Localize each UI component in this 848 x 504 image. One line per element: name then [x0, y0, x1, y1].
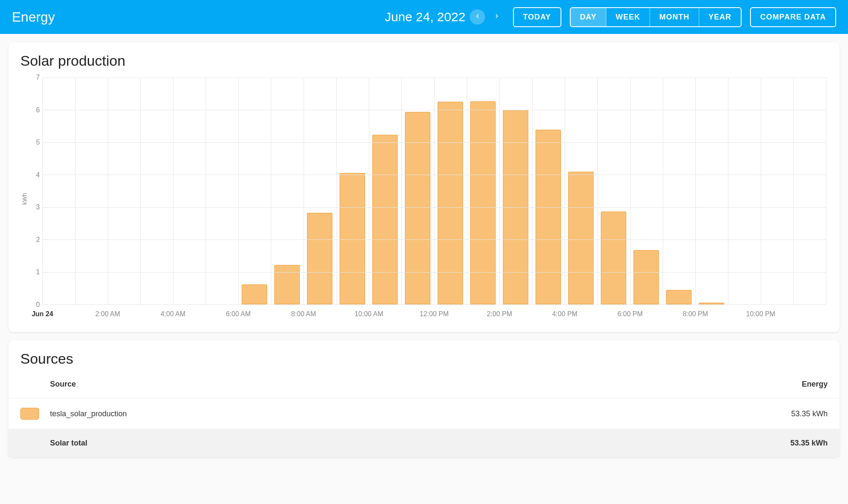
- date-navigator: June 24, 2022: [385, 9, 504, 25]
- y-tick: 1: [30, 268, 40, 276]
- x-tick: 4:00 AM: [161, 310, 186, 318]
- header-energy: Energy: [802, 380, 828, 389]
- x-tick: 2:00 PM: [487, 310, 512, 318]
- bar[interactable]: [307, 213, 332, 304]
- y-tick: 6: [30, 106, 40, 114]
- compare-data-button[interactable]: COMPARE DATA: [750, 7, 836, 27]
- chevron-right-icon: [494, 13, 500, 21]
- x-tick: 4:00 PM: [552, 310, 577, 318]
- range-week[interactable]: WEEK: [606, 8, 650, 26]
- x-tick: 8:00 PM: [683, 310, 708, 318]
- range-day[interactable]: DAY: [571, 8, 606, 26]
- x-tick: 2:00 AM: [95, 310, 120, 318]
- total-label: Solar total: [50, 439, 790, 448]
- bar[interactable]: [666, 290, 692, 304]
- x-tick: 10:00 PM: [746, 310, 775, 318]
- bar[interactable]: [274, 265, 300, 304]
- total-energy: 53.35 kWh: [790, 439, 828, 448]
- x-tick: 12:00 PM: [420, 310, 449, 318]
- next-day-button[interactable]: [489, 9, 505, 25]
- bar[interactable]: [568, 172, 594, 304]
- y-tick: 2: [30, 236, 40, 244]
- x-tick: 10:00 AM: [354, 310, 383, 318]
- source-swatch-icon: [20, 408, 39, 420]
- x-tick: 6:00 AM: [226, 310, 251, 318]
- sources-header: Source Energy: [8, 374, 840, 398]
- page-title: Energy: [12, 9, 55, 25]
- bar[interactable]: [405, 112, 430, 304]
- today-button[interactable]: TODAY: [513, 7, 561, 27]
- x-tick: 8:00 AM: [291, 310, 316, 318]
- top-bar: Energy June 24, 2022 TODAY DAY WEEK MONT…: [0, 0, 848, 34]
- sources-total-row: Solar total 53.35 kWh: [8, 429, 840, 457]
- chart-title: Solar production: [20, 53, 828, 69]
- range-year[interactable]: YEAR: [699, 8, 741, 26]
- solar-production-chart[interactable]: kWh Jun 242:00 AM4:00 AM6:00 AM8:00 AM10…: [20, 76, 828, 322]
- sources-card: Sources Source Energy tesla_solar_produc…: [8, 340, 840, 457]
- current-date: June 24, 2022: [385, 10, 465, 24]
- y-axis-label: kWh: [21, 193, 28, 205]
- bar[interactable]: [340, 173, 365, 304]
- y-tick: 7: [30, 74, 40, 81]
- y-tick: 3: [30, 203, 40, 211]
- y-tick: 0: [30, 301, 40, 309]
- range-selector: DAY WEEK MONTH YEAR: [570, 7, 742, 27]
- source-name: tesla_solar_production: [50, 409, 791, 418]
- sources-title: Sources: [8, 351, 840, 367]
- solar-production-card: Solar production kWh Jun 242:00 AM4:00 A…: [8, 42, 840, 332]
- source-energy: 53.35 kWh: [791, 409, 828, 418]
- x-tick: 6:00 PM: [617, 310, 643, 318]
- header-source: Source: [50, 380, 802, 389]
- bar[interactable]: [633, 250, 659, 304]
- y-tick: 4: [30, 171, 40, 179]
- bar[interactable]: [372, 135, 398, 304]
- bar[interactable]: [470, 101, 496, 304]
- x-tick: Jun 24: [32, 310, 53, 318]
- y-tick: 5: [30, 139, 40, 146]
- chart-grid: Jun 242:00 AM4:00 AM6:00 AM8:00 AM10:00 …: [42, 78, 826, 305]
- range-month[interactable]: MONTH: [650, 8, 699, 26]
- bar[interactable]: [242, 284, 267, 304]
- bar[interactable]: [438, 102, 463, 304]
- prev-day-button[interactable]: [470, 9, 485, 25]
- source-row[interactable]: tesla_solar_production 53.35 kWh: [8, 398, 840, 429]
- bar[interactable]: [536, 130, 561, 304]
- bar[interactable]: [601, 212, 626, 304]
- chevron-left-icon: [474, 13, 480, 21]
